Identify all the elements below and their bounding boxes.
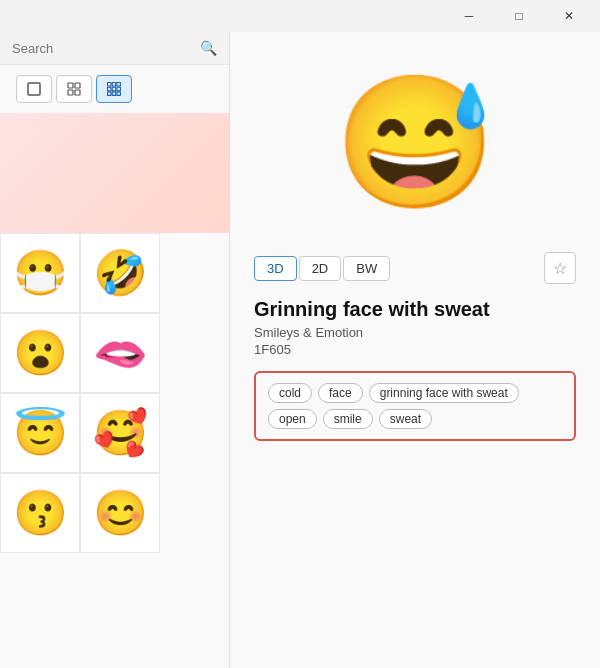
emoji-row: 😗 😊: [0, 473, 229, 553]
view-toggle: [0, 65, 229, 113]
emoji-category: Smileys & Emotion: [254, 325, 576, 340]
tab-2d[interactable]: 2D: [299, 256, 342, 281]
emoji-cell-mask[interactable]: 😷: [0, 233, 80, 313]
search-input[interactable]: [12, 41, 200, 56]
emoji-cell-halo[interactable]: 😇: [0, 393, 80, 473]
tag[interactable]: grinning face with sweat: [369, 383, 519, 403]
emoji-code: 1F605: [254, 342, 576, 357]
search-icon: 🔍: [200, 40, 217, 56]
view-grid3-button[interactable]: [96, 75, 132, 103]
emoji-cell-dotted[interactable]: 🫦: [80, 313, 160, 393]
emoji-grid: 😷 🤣 😮 🫦 😇 🥰 😗 😊: [0, 233, 229, 668]
svg-rect-5: [108, 83, 112, 87]
emoji-row: 😮 🫦: [0, 313, 229, 393]
emoji-cell-smile[interactable]: 😊: [80, 473, 160, 553]
emoji-row: 😇 🥰: [0, 393, 229, 473]
svg-rect-12: [112, 92, 116, 96]
tag[interactable]: sweat: [379, 409, 432, 429]
svg-rect-8: [108, 87, 112, 91]
svg-rect-4: [75, 90, 80, 95]
tab-3d[interactable]: 3D: [254, 256, 297, 281]
svg-rect-11: [108, 92, 112, 96]
view-grid2-button[interactable]: [56, 75, 92, 103]
svg-rect-0: [28, 83, 40, 95]
tags-box: coldfacegrinning face with sweatopensmil…: [254, 371, 576, 441]
emoji-title: Grinning face with sweat: [254, 298, 576, 321]
tag[interactable]: open: [268, 409, 317, 429]
emoji-cell-hushed[interactable]: 😮: [0, 313, 80, 393]
emoji-cell-hearts[interactable]: 🥰: [80, 393, 160, 473]
favorite-button[interactable]: ☆: [544, 252, 576, 284]
emoji-preview-area: 😅: [230, 32, 600, 252]
tab-bw[interactable]: BW: [343, 256, 390, 281]
svg-rect-13: [117, 92, 121, 96]
left-panel: 🔍 😷 🤣 😮 🫦: [0, 32, 230, 668]
tag[interactable]: smile: [323, 409, 373, 429]
close-button[interactable]: ✕: [546, 0, 592, 32]
view-single-button[interactable]: [16, 75, 52, 103]
tag[interactable]: face: [318, 383, 363, 403]
emoji-info: 3D 2D BW ☆ Grinning face with sweat Smil…: [230, 252, 600, 457]
tag[interactable]: cold: [268, 383, 312, 403]
svg-rect-3: [68, 90, 73, 95]
svg-rect-9: [112, 87, 116, 91]
svg-rect-2: [75, 83, 80, 88]
left-top-decorative-area: [0, 113, 229, 233]
maximize-button[interactable]: □: [496, 0, 542, 32]
minimize-button[interactable]: ─: [446, 0, 492, 32]
svg-rect-6: [112, 83, 116, 87]
style-tabs: 3D 2D BW ☆: [254, 252, 576, 284]
emoji-row: 😷 🤣: [0, 233, 229, 313]
search-bar: 🔍: [0, 32, 229, 65]
emoji-cell-kiss[interactable]: 😗: [0, 473, 80, 553]
app-body: 🔍 😷 🤣 😮 🫦: [0, 32, 600, 668]
right-panel: 😅 3D 2D BW ☆ Grinning face with sweat Sm…: [230, 32, 600, 668]
svg-rect-10: [117, 87, 121, 91]
emoji-large-display: 😅: [334, 77, 496, 207]
emoji-cell-rofl[interactable]: 🤣: [80, 233, 160, 313]
title-bar: ─ □ ✕: [0, 0, 600, 32]
svg-rect-1: [68, 83, 73, 88]
svg-rect-7: [117, 83, 121, 87]
